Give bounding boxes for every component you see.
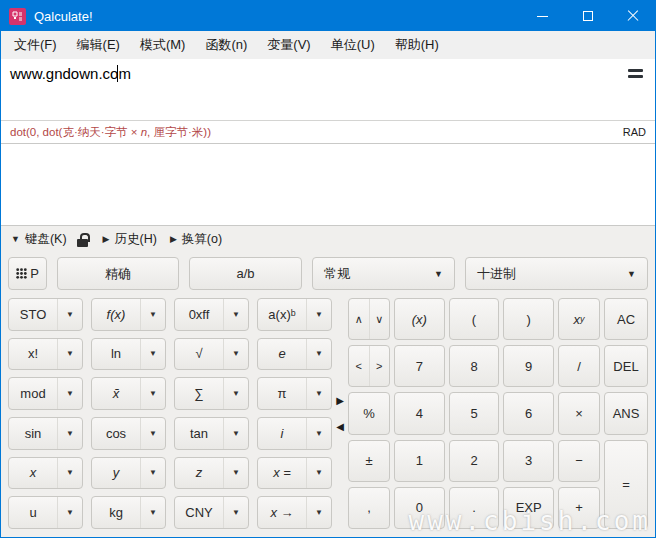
dropdown-arrow-icon[interactable]: ▼ [306,497,331,528]
one-button[interactable]: 1 [394,440,445,482]
menu-units[interactable]: 单位(U) [321,31,385,59]
delete-button[interactable]: DEL [604,345,648,387]
x-convert-button[interactable]: x →▼ [257,496,332,529]
tan-button[interactable]: tan▼ [174,417,249,450]
dropdown-arrow-icon[interactable]: ▼ [140,339,165,370]
cny-button[interactable]: CNY▼ [174,496,249,529]
menu-edit[interactable]: 编辑(E) [67,31,130,59]
dropdown-arrow-icon[interactable]: ▼ [223,458,248,489]
dropdown-arrow-icon[interactable]: ▼ [57,418,82,449]
dropdown-arrow-icon[interactable]: ▼ [223,339,248,370]
cursor-left-icon[interactable]: < [349,346,369,386]
four-button[interactable]: 4 [394,392,445,434]
exponent-button[interactable]: EXP [503,487,554,529]
menu-variables[interactable]: 变量(V) [257,31,320,59]
dropdown-arrow-icon[interactable]: ▼ [306,299,331,330]
sin-button[interactable]: sin▼ [8,417,83,450]
history-panel-toggle[interactable]: ▶ 历史(H) [103,231,157,248]
plus-minus-button[interactable]: ± [348,440,390,482]
dropdown-arrow-icon[interactable]: ▼ [57,378,82,409]
pi-button[interactable]: π▼ [257,377,332,410]
cursor-left-right-button[interactable]: < > [348,345,390,387]
decimal-point-button[interactable]: . [449,487,500,529]
dropdown-arrow-icon[interactable]: ▼ [140,497,165,528]
nine-button[interactable]: 9 [503,345,554,387]
mod-button[interactable]: mod▼ [8,377,83,410]
lock-icon[interactable] [76,233,89,247]
function-button[interactable]: f(x)▼ [91,298,166,331]
percent-button[interactable]: % [348,392,390,434]
exact-mode-button[interactable]: 精确 [57,257,179,290]
fraction-mode-button[interactable]: a/b [189,257,302,290]
u-button[interactable]: u▼ [8,496,83,529]
convert-panel-toggle[interactable]: ▶ 换算(o) [170,231,222,248]
divide-button[interactable]: / [558,345,600,387]
x-button[interactable]: x▼ [8,457,83,490]
equals-menu-icon[interactable] [628,69,643,80]
open-paren-button[interactable]: ( [449,298,500,340]
i-button[interactable]: i▼ [257,417,332,450]
six-button[interactable]: 6 [503,392,554,434]
dropdown-arrow-icon[interactable]: ▼ [306,418,331,449]
y-button[interactable]: y▼ [91,457,166,490]
expand-right-icon[interactable]: ▶ [336,396,344,406]
dropdown-arrow-icon[interactable]: ▼ [140,458,165,489]
power-button[interactable]: xy [558,298,600,340]
programming-keypad-button[interactable]: P [8,257,47,290]
base-power-button[interactable]: a(x)ᵇ▼ [257,298,332,331]
comma-button[interactable]: , [348,487,390,529]
dropdown-arrow-icon[interactable]: ▼ [140,299,165,330]
dropdown-arrow-icon[interactable]: ▼ [223,497,248,528]
dropdown-arrow-icon[interactable]: ▼ [306,339,331,370]
cursor-up-icon[interactable]: ∧ [349,299,369,339]
e-button[interactable]: e▼ [257,338,332,371]
dropdown-arrow-icon[interactable]: ▼ [57,299,82,330]
menu-help[interactable]: 帮助(H) [385,31,449,59]
sum-button[interactable]: ∑▼ [174,377,249,410]
dropdown-arrow-icon[interactable]: ▼ [57,497,82,528]
display-mode-select[interactable]: 常规 ▼ [312,257,455,290]
answer-button[interactable]: ANS [604,392,648,434]
plus-button[interactable]: + [558,487,600,529]
equals-button[interactable]: = [604,440,648,529]
cos-button[interactable]: cos▼ [91,417,166,450]
factorial-button[interactable]: x!▼ [8,338,83,371]
expression-input[interactable]: www.gndown.com [1,59,655,121]
three-button[interactable]: 3 [503,440,554,482]
zero-button[interactable]: 0 [394,487,445,529]
sqrt-button[interactable]: √▼ [174,338,249,371]
menu-mode[interactable]: 模式(M) [130,31,196,59]
kg-button[interactable]: kg▼ [91,496,166,529]
sto-button[interactable]: STO▼ [8,298,83,331]
multiply-button[interactable]: × [558,392,600,434]
cursor-right-icon[interactable]: > [369,346,390,386]
close-button[interactable] [610,1,655,31]
dropdown-arrow-icon[interactable]: ▼ [140,418,165,449]
dropdown-arrow-icon[interactable]: ▼ [306,378,331,409]
ln-button[interactable]: ln▼ [91,338,166,371]
maximize-button[interactable] [565,1,610,31]
cursor-down-icon[interactable]: ∨ [369,299,390,339]
dropdown-arrow-icon[interactable]: ▼ [57,458,82,489]
x-equals-button[interactable]: x =▼ [257,457,332,490]
dropdown-arrow-icon[interactable]: ▼ [306,458,331,489]
dropdown-arrow-icon[interactable]: ▼ [223,418,248,449]
clear-all-button[interactable]: AC [604,298,648,340]
five-button[interactable]: 5 [449,392,500,434]
parenthesize-button[interactable]: (x) [394,298,445,340]
number-base-select[interactable]: 十进制 ▼ [465,257,648,290]
dropdown-arrow-icon[interactable]: ▼ [57,339,82,370]
dropdown-arrow-icon[interactable]: ▼ [223,378,248,409]
dropdown-arrow-icon[interactable]: ▼ [140,378,165,409]
expand-left-icon[interactable]: ◀ [336,422,344,432]
seven-button[interactable]: 7 [394,345,445,387]
hex-button[interactable]: 0xff▼ [174,298,249,331]
dropdown-arrow-icon[interactable]: ▼ [223,299,248,330]
close-paren-button[interactable]: ) [503,298,554,340]
z-button[interactable]: z▼ [174,457,249,490]
minimize-button[interactable] [520,1,565,31]
two-button[interactable]: 2 [449,440,500,482]
eight-button[interactable]: 8 [449,345,500,387]
minus-button[interactable]: − [558,440,600,482]
menu-file[interactable]: 文件(F) [4,31,67,59]
